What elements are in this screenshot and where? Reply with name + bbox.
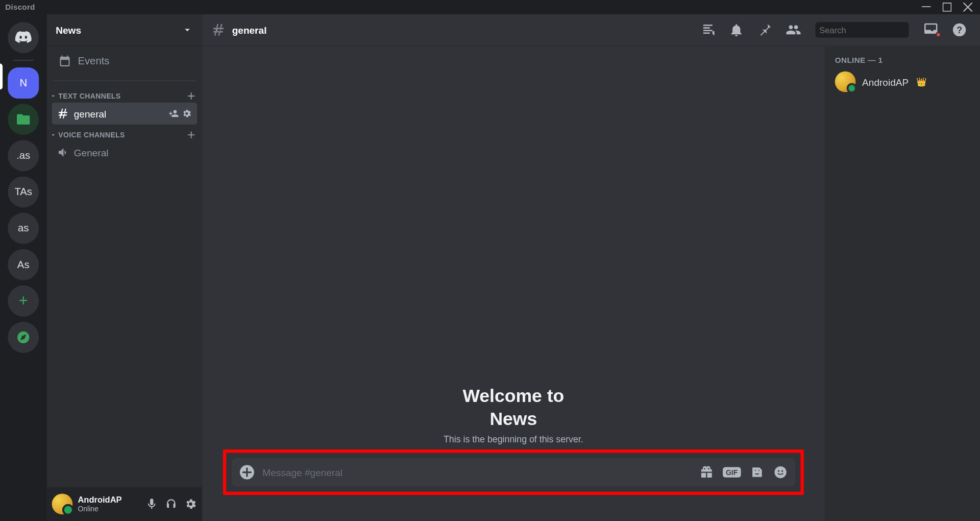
member-name: AndroidAP <box>862 76 909 87</box>
user-area: AndroidAP Online <box>46 487 202 521</box>
hash-icon <box>211 22 227 37</box>
pinned-icon[interactable] <box>757 22 772 37</box>
members-heading: ONLINE — 1 <box>830 56 975 68</box>
channel-sidebar: News Events TEXT CHANNELS general <box>46 14 202 521</box>
category-voice-channels[interactable]: VOICE CHANNELS <box>46 125 202 140</box>
category-label: TEXT CHANNELS <box>58 92 120 100</box>
gear-icon[interactable] <box>182 108 192 119</box>
gear-icon[interactable] <box>184 498 197 510</box>
help-icon[interactable]: ? <box>951 22 967 37</box>
svg-rect-0 <box>922 6 931 7</box>
server-item[interactable]: TAs <box>8 176 39 207</box>
server-item[interactable]: as <box>8 213 39 244</box>
sticker-icon[interactable] <box>750 465 764 480</box>
messages-pane: Welcome to News This is the beginning of… <box>202 45 824 521</box>
speaker-icon <box>57 146 70 159</box>
category-text-channels[interactable]: TEXT CHANNELS <box>46 86 202 102</box>
create-channel-icon[interactable] <box>185 90 197 102</box>
search-box[interactable] <box>816 22 909 37</box>
titlebar-brand: Discord <box>5 3 35 12</box>
deafen-icon[interactable] <box>165 498 178 510</box>
threads-icon[interactable] <box>700 22 716 37</box>
welcome-line1: Welcome to <box>462 386 564 406</box>
members-icon[interactable] <box>786 22 801 37</box>
events-label: Events <box>78 55 109 67</box>
chat-header: general ? <box>202 14 980 45</box>
titlebar: Discord <box>0 0 980 14</box>
search-input[interactable] <box>819 25 928 35</box>
emoji-icon[interactable] <box>773 465 788 480</box>
invite-icon[interactable] <box>168 108 179 119</box>
chevron-down-icon <box>50 92 57 100</box>
add-server-button[interactable]: + <box>8 286 39 317</box>
calendar-icon <box>58 55 71 67</box>
server-item[interactable]: .as <box>8 140 39 171</box>
hash-icon <box>57 107 70 120</box>
member-row[interactable]: AndroidAP 👑 <box>830 69 975 95</box>
avatar <box>835 72 856 92</box>
channel-name: general <box>74 108 165 119</box>
server-folder[interactable] <box>8 104 39 135</box>
maximize-icon[interactable] <box>943 3 952 12</box>
user-name: AndroidAP <box>78 495 121 505</box>
server-item-news[interactable]: N <box>8 67 39 99</box>
divider <box>53 80 195 81</box>
crown-icon: 👑 <box>916 77 926 86</box>
user-status: Online <box>78 505 121 512</box>
voice-channel-general[interactable]: General <box>52 141 197 163</box>
create-channel-icon[interactable] <box>185 129 197 141</box>
chat-column: general ? Welcome to News <box>202 14 980 521</box>
server-header[interactable]: News <box>46 14 202 45</box>
channel-general[interactable]: general <box>52 103 197 125</box>
category-label: VOICE CHANNELS <box>58 131 125 139</box>
server-selection-pill <box>0 63 3 89</box>
channel-name: General <box>74 147 192 158</box>
home-button[interactable] <box>8 22 39 53</box>
chevron-down-icon <box>50 131 57 139</box>
notification-dot <box>936 32 941 37</box>
svg-point-9 <box>781 470 783 472</box>
svg-text:?: ? <box>957 25 962 35</box>
welcome-line2: News <box>489 409 537 429</box>
members-panel: ONLINE — 1 AndroidAP 👑 <box>824 45 980 521</box>
avatar[interactable] <box>52 493 73 514</box>
message-input-bar: GIF <box>231 458 795 487</box>
highlight-box: GIF <box>223 449 804 495</box>
message-input[interactable] <box>262 467 691 478</box>
gift-icon[interactable] <box>699 465 714 480</box>
events-row[interactable]: Events <box>52 46 197 75</box>
svg-point-8 <box>778 470 779 472</box>
rail-separator <box>13 60 34 61</box>
svg-point-7 <box>774 466 786 478</box>
gif-icon[interactable]: GIF <box>723 467 741 477</box>
notifications-icon[interactable] <box>728 22 744 37</box>
server-item[interactable]: As <box>8 249 39 280</box>
server-rail: N .as TAs as As + <box>0 14 46 521</box>
welcome-block: Welcome to News This is the beginning of… <box>213 385 815 444</box>
channel-title: general <box>232 25 267 36</box>
window-controls <box>922 3 975 12</box>
server-name: News <box>56 25 81 36</box>
welcome-subtext: This is the beginning of this server. <box>213 434 815 444</box>
attach-icon[interactable] <box>239 464 255 480</box>
close-icon[interactable] <box>963 3 972 12</box>
minimize-icon[interactable] <box>922 3 931 12</box>
mute-icon[interactable] <box>145 498 158 510</box>
discover-button[interactable] <box>8 322 39 353</box>
svg-rect-1 <box>943 3 951 11</box>
chevron-down-icon <box>182 24 193 36</box>
